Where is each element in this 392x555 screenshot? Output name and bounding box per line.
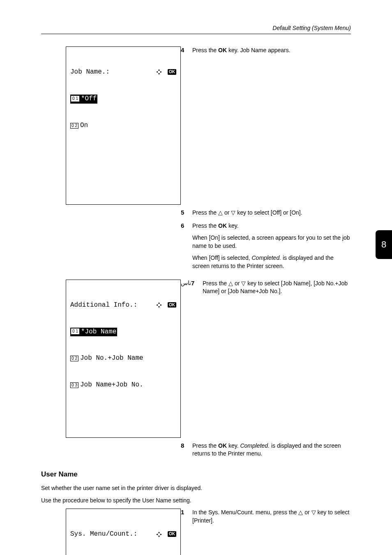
lcd-job-name-title: Job Name.: bbox=[70, 68, 110, 77]
ok-icon: OK bbox=[168, 531, 176, 537]
up-triangle-icon bbox=[228, 280, 233, 287]
down-triangle-icon bbox=[241, 280, 246, 287]
step-text: Press the OK key. Completed. is displaye… bbox=[192, 442, 351, 458]
chapter-tab: 8 bbox=[376, 230, 392, 259]
lcd-sys-title: Sys. Menu/Count.: bbox=[70, 530, 137, 539]
lcd-line-text: *Off bbox=[81, 95, 97, 102]
lcd-job-name: Job Name.: OK 0 1*Off 0 2On bbox=[66, 46, 181, 205]
lcd-line-text: *Job Name bbox=[81, 328, 116, 335]
lcd-line-num: 0 2 bbox=[70, 356, 78, 361]
lcd-line-text: On bbox=[80, 121, 88, 130]
lcd-nav-ok-icons: OK bbox=[156, 301, 176, 310]
step-number: 1 bbox=[181, 509, 192, 525]
nav-arrows-icon bbox=[156, 301, 162, 308]
down-triangle-icon bbox=[311, 509, 316, 516]
section-title: User Name bbox=[41, 470, 351, 479]
step-text: Press the OK key. Job Name appears. bbox=[192, 46, 351, 55]
up-triangle-icon bbox=[218, 209, 223, 216]
lcd-line-text: Job No.+Job Name bbox=[80, 354, 143, 363]
lcd-line-num: 0 1 bbox=[71, 96, 79, 102]
lcd-line-num: 0 2 bbox=[70, 123, 78, 129]
down-triangle-icon bbox=[231, 209, 235, 216]
step-number: 5 bbox=[181, 209, 192, 217]
step-text: Press the or key to select [Off] or [On]… bbox=[192, 209, 351, 217]
step-number: 7 bbox=[191, 280, 203, 296]
lcd-nav-ok-icons: OK bbox=[156, 68, 176, 77]
step-number: 8 bbox=[181, 442, 192, 458]
step-number: 6 bbox=[181, 222, 192, 271]
lcd-line-num: 0 3 bbox=[70, 382, 78, 388]
lcd-nav-ok-icons: OK bbox=[156, 530, 176, 539]
ok-icon: OK bbox=[168, 69, 176, 75]
lcd-additional-title: Additional Info.: bbox=[70, 301, 137, 310]
up-triangle-icon bbox=[298, 509, 303, 516]
step-text: Press the OK key. When [On] is selected,… bbox=[192, 222, 351, 271]
section-para: Set whether the user name set in the pri… bbox=[41, 484, 351, 493]
ok-icon: OK bbox=[168, 302, 176, 308]
header-section: Default Setting (System Menu) bbox=[41, 25, 351, 31]
header-rule bbox=[41, 34, 351, 34]
section-para: Use the procedure below to specify the U… bbox=[41, 497, 351, 505]
lcd-line-num: 0 1 bbox=[71, 328, 79, 334]
lcd-additional-info: Additional Info.: OK 0 1*Job Name 0 2Job… bbox=[66, 280, 181, 438]
lcd-sys-menu: Sys. Menu/Count.: OK 0 7Copy 0 8Printer … bbox=[66, 509, 181, 555]
step-text: Press the or key to select [Job Name], [… bbox=[203, 280, 351, 296]
nav-arrows-icon bbox=[156, 68, 162, 75]
nav-arrows-icon bbox=[156, 530, 162, 537]
lcd-line-text: Job Name+Job No. bbox=[80, 381, 143, 390]
step-number: 4 bbox=[181, 46, 192, 55]
step-text: In the Sys. Menu/Count. menu, press the … bbox=[192, 509, 351, 525]
